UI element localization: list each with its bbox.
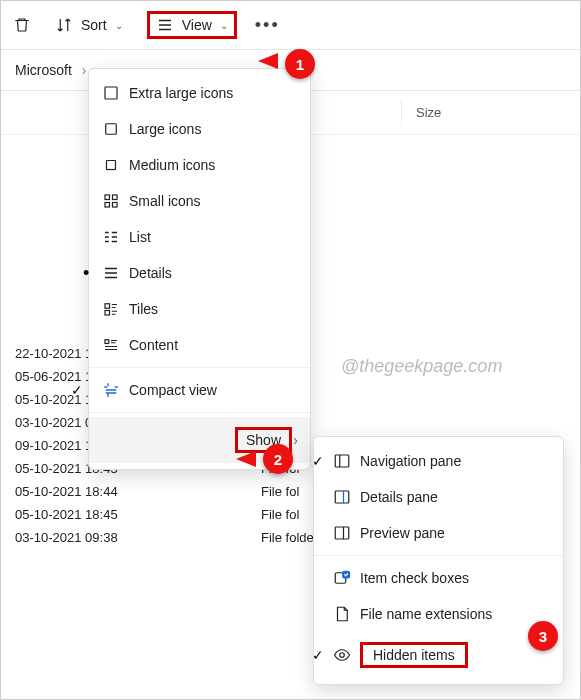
separator: [314, 555, 563, 556]
chevron-right-icon: ›: [82, 62, 87, 78]
svg-rect-1: [106, 124, 117, 135]
submenu-file-extensions[interactable]: File name extensions: [314, 596, 563, 632]
check-icon: ✓: [312, 453, 324, 469]
check-icon: ✓: [71, 382, 85, 398]
separator: [89, 412, 310, 413]
svg-rect-6: [113, 203, 118, 208]
toolbar: Sort ⌄ View ⌄ •••: [1, 1, 580, 50]
view-label: View: [182, 17, 212, 33]
chevron-right-icon: ›: [293, 432, 298, 448]
check-icon: ✓: [312, 647, 324, 663]
delete-icon[interactable]: [13, 16, 31, 34]
sort-label: Sort: [81, 17, 107, 33]
col-size[interactable]: Size: [401, 99, 455, 126]
menu-compact-view[interactable]: ✓Compact view: [89, 372, 310, 408]
svg-rect-9: [105, 340, 109, 344]
svg-rect-7: [105, 304, 110, 309]
svg-rect-12: [335, 527, 349, 539]
svg-rect-11: [335, 491, 349, 503]
submenu-item-checkboxes[interactable]: Item check boxes: [314, 560, 563, 596]
watermark: @thegeekpage.com: [341, 356, 502, 377]
menu-list[interactable]: List: [89, 219, 310, 255]
svg-point-15: [340, 653, 345, 658]
menu-large-icons[interactable]: Large icons: [89, 111, 310, 147]
more-button[interactable]: •••: [255, 15, 280, 36]
preview-pane-icon: [332, 523, 352, 543]
menu-tiles[interactable]: Tiles: [89, 291, 310, 327]
view-menu: Extra large icons Large icons Medium ico…: [88, 68, 311, 470]
content-icon: [101, 335, 121, 355]
svg-rect-4: [113, 195, 118, 200]
medium-icon: [101, 155, 121, 175]
svg-rect-10: [335, 455, 349, 467]
breadcrumb-item[interactable]: Microsoft: [15, 62, 72, 78]
svg-rect-8: [105, 311, 110, 316]
view-button[interactable]: View ⌄: [147, 11, 237, 39]
details-icon: [101, 263, 121, 283]
show-submenu: ✓Navigation pane Details pane Preview pa…: [313, 436, 564, 685]
menu-small-icons[interactable]: Small icons: [89, 183, 310, 219]
svg-rect-3: [105, 195, 110, 200]
submenu-preview-pane[interactable]: Preview pane: [314, 515, 563, 551]
arrow-icon: [236, 451, 256, 467]
list-icon: [101, 227, 121, 247]
bullet-icon: •: [83, 263, 89, 284]
file-icon: [332, 604, 352, 624]
svg-rect-5: [105, 203, 110, 208]
svg-rect-2: [107, 161, 116, 170]
menu-content[interactable]: Content: [89, 327, 310, 363]
large-icon: [101, 119, 121, 139]
svg-rect-0: [105, 87, 117, 99]
separator: [89, 367, 310, 368]
checkboxes-icon: [332, 568, 352, 588]
view-icon: [156, 16, 174, 34]
sort-icon: [55, 16, 73, 34]
extra-large-icon: [101, 83, 121, 103]
menu-extra-large-icons[interactable]: Extra large icons: [89, 75, 310, 111]
tiles-icon: [101, 299, 121, 319]
navigation-pane-icon: [332, 451, 352, 471]
arrow-icon: [258, 53, 278, 69]
submenu-details-pane[interactable]: Details pane: [314, 479, 563, 515]
small-icon: [101, 191, 121, 211]
submenu-hidden-items[interactable]: ✓Hidden items: [314, 632, 563, 678]
compact-icon: [101, 380, 121, 400]
details-pane-icon: [332, 487, 352, 507]
callout-1: 1: [285, 49, 315, 79]
submenu-navigation-pane[interactable]: ✓Navigation pane: [314, 443, 563, 479]
callout-3: 3: [528, 621, 558, 651]
sort-button[interactable]: Sort ⌄: [49, 12, 129, 38]
menu-details[interactable]: •Details: [89, 255, 310, 291]
eye-icon: [332, 645, 352, 665]
chevron-down-icon: ⌄: [115, 20, 123, 31]
menu-medium-icons[interactable]: Medium icons: [89, 147, 310, 183]
chevron-down-icon: ⌄: [220, 20, 228, 31]
callout-2: 2: [263, 444, 293, 474]
